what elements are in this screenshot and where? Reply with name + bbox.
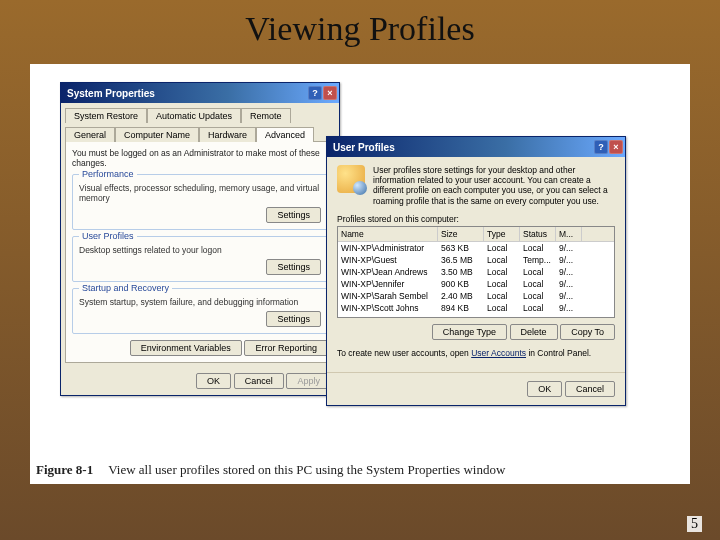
help-icon[interactable]: ? — [594, 140, 608, 154]
userprofiles-titlebar[interactable]: User Profiles ? × — [327, 137, 625, 157]
table-row[interactable]: WIN-XP\Jennifer900 KBLocalLocal9/... — [338, 278, 614, 290]
cell-size: 2.40 MB — [438, 290, 484, 302]
environment-variables-button[interactable]: Environment Variables — [130, 340, 242, 356]
sysprop-apply-button[interactable]: Apply — [286, 373, 331, 389]
sysprop-ok-button[interactable]: OK — [196, 373, 231, 389]
userprofiles-body: User profiles store settings for your de… — [327, 157, 625, 366]
figure-label: Figure 8-1 — [36, 462, 93, 477]
cell-status: Local — [520, 266, 556, 278]
cell-mod: 9/... — [556, 290, 582, 302]
cell-name: WIN-XP\Jean Andrews — [338, 266, 438, 278]
sysprop-pane: You must be logged on as an Administrato… — [65, 141, 335, 363]
tab-hardware[interactable]: Hardware — [199, 127, 256, 142]
copy-to-button[interactable]: Copy To — [560, 324, 615, 340]
system-properties-window: System Properties ? × System Restore Aut… — [60, 82, 340, 396]
cell-status: Local — [520, 302, 556, 314]
table-row[interactable]: WIN-XP\Administrator563 KBLocalLocal9/..… — [338, 242, 614, 254]
cell-name: WIN-XP\Sarah Sembel — [338, 290, 438, 302]
sysprop-tabs-row1: System Restore Automatic Updates Remote — [61, 103, 339, 122]
profiles-list-label: Profiles stored on this computer: — [337, 214, 615, 224]
slide-title: Viewing Profiles — [0, 10, 720, 48]
tab-remote[interactable]: Remote — [241, 108, 291, 123]
cell-status: Temp... — [520, 254, 556, 266]
sysprop-bottom-buttons: OK Cancel Apply — [61, 367, 339, 395]
table-row[interactable]: WIN-XP\Scott Johns894 KBLocalLocal9/... — [338, 302, 614, 314]
table-row[interactable]: WIN-XP\Guest36.5 MBLocalTemp...9/... — [338, 254, 614, 266]
admin-note: You must be logged on as an Administrato… — [72, 148, 328, 168]
userprofiles-cancel-button[interactable]: Cancel — [565, 381, 615, 397]
close-icon[interactable]: × — [323, 86, 337, 100]
figure-text: View all user profiles stored on this PC… — [108, 462, 505, 477]
cell-mod: 9/... — [556, 302, 582, 314]
tab-system-restore[interactable]: System Restore — [65, 108, 147, 123]
cell-type: Local — [484, 254, 520, 266]
cell-type: Local — [484, 266, 520, 278]
tab-general[interactable]: General — [65, 127, 115, 142]
startup-settings-button[interactable]: Settings — [266, 311, 321, 327]
cell-mod: 9/... — [556, 242, 582, 254]
cell-type: Local — [484, 278, 520, 290]
close-icon[interactable]: × — [609, 140, 623, 154]
cell-mod: 9/... — [556, 254, 582, 266]
cell-name: WIN-XP\Guest — [338, 254, 438, 266]
cell-mod: 9/... — [556, 278, 582, 290]
cell-name: WIN-XP\Scott Johns — [338, 302, 438, 314]
cell-mod: 9/... — [556, 266, 582, 278]
error-reporting-button[interactable]: Error Reporting — [244, 340, 328, 356]
tab-automatic-updates[interactable]: Automatic Updates — [147, 108, 241, 123]
col-modified[interactable]: M... — [556, 227, 582, 241]
cell-type: Local — [484, 290, 520, 302]
cell-name: WIN-XP\Administrator — [338, 242, 438, 254]
sysprop-title: System Properties — [67, 88, 155, 99]
create-note-post: in Control Panel. — [526, 348, 591, 358]
performance-legend: Performance — [79, 169, 137, 179]
delete-button[interactable]: Delete — [510, 324, 558, 340]
col-status[interactable]: Status — [520, 227, 556, 241]
cell-type: Local — [484, 302, 520, 314]
tab-advanced[interactable]: Advanced — [256, 127, 314, 142]
col-name[interactable]: Name — [338, 227, 438, 241]
change-type-button[interactable]: Change Type — [432, 324, 507, 340]
userprofiles-ok-button[interactable]: OK — [527, 381, 562, 397]
cell-status: Local — [520, 290, 556, 302]
sysprop-cancel-button[interactable]: Cancel — [234, 373, 284, 389]
table-row[interactable]: WIN-XP\Sarah Sembel2.40 MBLocalLocal9/..… — [338, 290, 614, 302]
startup-desc: System startup, system failure, and debu… — [79, 297, 321, 307]
user-profiles-window: User Profiles ? × User profiles store se… — [326, 136, 626, 406]
cell-size: 36.5 MB — [438, 254, 484, 266]
userprofiles-desc: Desktop settings related to your logon — [79, 245, 321, 255]
performance-desc: Visual effects, processor scheduling, me… — [79, 183, 321, 203]
figure-caption: Figure 8-1 View all user profiles stored… — [36, 462, 505, 478]
performance-settings-button[interactable]: Settings — [266, 207, 321, 223]
userprofiles-legend: User Profiles — [79, 231, 137, 241]
cell-size: 3.50 MB — [438, 266, 484, 278]
table-row[interactable]: WIN-XP\Jean Andrews3.50 MBLocalLocal9/..… — [338, 266, 614, 278]
tab-computer-name[interactable]: Computer Name — [115, 127, 199, 142]
group-performance: Performance Visual effects, processor sc… — [72, 174, 328, 230]
create-accounts-note: To create new user accounts, open User A… — [337, 348, 615, 358]
profiles-listview[interactable]: Name Size Type Status M... WIN-XP\Admini… — [337, 226, 615, 318]
cell-size: 563 KB — [438, 242, 484, 254]
page-number: 5 — [687, 516, 702, 532]
cell-type: Local — [484, 242, 520, 254]
cell-size: 900 KB — [438, 278, 484, 290]
userprofiles-bottom-buttons: OK Cancel — [327, 372, 625, 405]
user-accounts-link[interactable]: User Accounts — [471, 348, 526, 358]
group-startup-recovery: Startup and Recovery System startup, sys… — [72, 288, 328, 334]
group-user-profiles: User Profiles Desktop settings related t… — [72, 236, 328, 282]
create-note-pre: To create new user accounts, open — [337, 348, 471, 358]
cell-name: WIN-XP\Jennifer — [338, 278, 438, 290]
listview-header: Name Size Type Status M... — [338, 227, 614, 242]
cell-status: Local — [520, 278, 556, 290]
col-type[interactable]: Type — [484, 227, 520, 241]
cell-status: Local — [520, 242, 556, 254]
userprofiles-title: User Profiles — [333, 142, 395, 153]
cell-size: 894 KB — [438, 302, 484, 314]
help-icon[interactable]: ? — [308, 86, 322, 100]
sysprop-titlebar[interactable]: System Properties ? × — [61, 83, 339, 103]
startup-legend: Startup and Recovery — [79, 283, 172, 293]
userprofiles-settings-button[interactable]: Settings — [266, 259, 321, 275]
userprofiles-icon — [337, 165, 365, 193]
col-size[interactable]: Size — [438, 227, 484, 241]
userprofiles-intro: User profiles store settings for your de… — [373, 165, 615, 206]
